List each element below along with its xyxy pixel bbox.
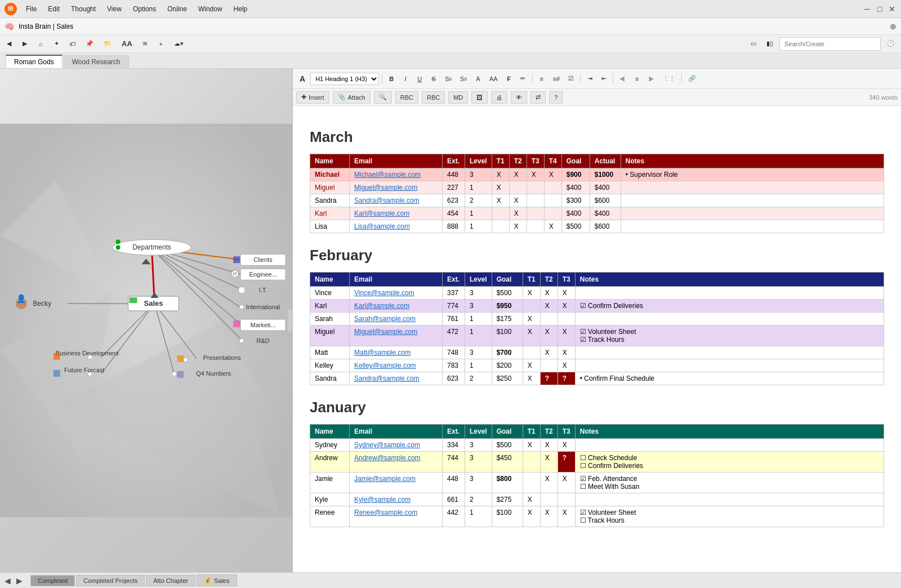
view-toggle-1[interactable]: ▭ <box>747 37 760 51</box>
heading-select[interactable]: H1 Heading 1 (H3) <box>310 73 379 85</box>
align-center-button[interactable]: ≡ <box>631 73 643 85</box>
cell-email[interactable]: Sarah@sample.com <box>350 313 443 326</box>
tag-button[interactable]: 🏷 <box>65 37 79 51</box>
menu-view[interactable]: View <box>102 4 126 14</box>
nav-play-button[interactable]: ▶ <box>14 576 25 585</box>
svg-text:International: International <box>246 304 280 310</box>
app-logo: IB <box>5 3 17 15</box>
help-button[interactable]: ? <box>549 91 563 104</box>
cell-level: 1 <box>465 326 492 346</box>
menu-help[interactable]: Help <box>229 4 252 14</box>
cell-email[interactable]: Sydney@sample.com <box>350 439 443 452</box>
checklist-button[interactable]: ☑ <box>565 73 577 85</box>
cell-t3: X <box>557 439 575 452</box>
cell-email[interactable]: Kyle@sample.com <box>350 493 443 506</box>
pin-button[interactable]: 📌 <box>82 37 97 51</box>
preview-button[interactable]: 👁 <box>511 91 527 104</box>
cell-email[interactable]: Matt@sample.com <box>350 346 443 359</box>
underline-button[interactable]: U <box>413 73 426 85</box>
close-button[interactable]: ✕ <box>887 5 896 14</box>
markdown-button[interactable]: MD <box>448 91 468 104</box>
cell-email[interactable]: Jamie@sample.com <box>350 473 443 493</box>
font-button[interactable]: AA <box>118 37 136 51</box>
add-icon[interactable]: ⊕ <box>890 22 896 31</box>
subscript-button[interactable]: Ss <box>457 73 470 85</box>
numbered-list-button[interactable]: ≡# <box>550 73 564 85</box>
main-toolbar: ◀ ▶ ⌂ ✦ 🏷 📌 📁 AA ≋ + ☁▾ ▭ ▮▯ 🕐 <box>0 35 901 53</box>
cloud-button[interactable]: ☁▾ <box>170 37 188 51</box>
font-family-button[interactable]: F <box>503 73 515 85</box>
bullet-list-button[interactable]: ≡ <box>536 73 548 85</box>
back-button[interactable]: ◀ <box>2 37 16 51</box>
view-toggle-2[interactable]: ▮▯ <box>762 37 777 51</box>
maximize-button[interactable]: □ <box>875 5 884 14</box>
align-right-button[interactable]: ⫸ <box>645 73 658 85</box>
plex-button[interactable]: ✦ <box>50 37 63 51</box>
svg-text:Q4 Numbers: Q4 Numbers <box>196 370 231 377</box>
table-button-2[interactable]: RBC <box>422 91 445 104</box>
table-button-1[interactable]: RBC <box>395 91 418 104</box>
cell-email[interactable]: Sandra@sample.com <box>350 194 443 207</box>
doc-area[interactable]: March Name Email Ext. Level T1 T2 T3 T4 … <box>293 106 901 572</box>
bold-button[interactable]: B <box>385 73 398 85</box>
bottom-tab-completed[interactable]: Completed <box>30 575 75 586</box>
align-left-button[interactable]: ⫷ <box>616 73 629 85</box>
search-input[interactable] <box>779 37 881 51</box>
menu-edit[interactable]: Edit <box>43 4 64 14</box>
italic-button[interactable]: I <box>399 73 412 85</box>
cell-email[interactable]: Karl@sample.com <box>350 207 443 220</box>
cell-t3: X <box>557 287 575 300</box>
home-button[interactable]: ⌂ <box>34 37 47 51</box>
cell-email[interactable]: Renee@sample.com <box>350 506 443 527</box>
menu-window[interactable]: Window <box>194 4 227 14</box>
cell-t1: X <box>523 313 540 326</box>
cell-email[interactable]: Miguel@sample.com <box>350 181 443 194</box>
superscript-button[interactable]: Ss <box>441 73 455 85</box>
eraser-button[interactable]: ✏ <box>517 73 529 85</box>
folder-button[interactable]: 📁 <box>100 37 115 51</box>
menu-file[interactable]: File <box>21 4 41 14</box>
nav-prev-button[interactable]: ◀ <box>2 576 13 585</box>
bottom-tab-sales[interactable]: 💰 Sales <box>197 574 237 586</box>
cell-email[interactable]: Kelley@sample.com <box>350 359 443 372</box>
tab-wood-research[interactable]: Wood Research <box>64 55 129 68</box>
highlight-button[interactable]: AA <box>486 73 501 85</box>
cell-email[interactable]: Vince@sample.com <box>350 287 443 300</box>
font-size-button[interactable]: A <box>296 73 309 85</box>
bottom-tab-atto-chapter[interactable]: Atto Chapter <box>146 575 195 586</box>
cell-email[interactable]: Miguel@sample.com <box>350 326 443 346</box>
cell-t3: ? <box>557 372 575 385</box>
cell-t2: X <box>509 168 527 181</box>
menu-options[interactable]: Options <box>128 4 160 14</box>
cell-email[interactable]: Lisa@sample.com <box>350 220 443 233</box>
attach-button[interactable]: 📎 Attach <box>333 91 371 104</box>
cell-email[interactable]: Karl@sample.com <box>350 300 443 313</box>
flow-button[interactable]: ≋ <box>139 37 152 51</box>
menu-thought[interactable]: Thought <box>66 4 100 14</box>
cell-t2: X <box>540 287 557 300</box>
cell-email[interactable]: Sandra@sample.com <box>350 372 443 385</box>
find-button[interactable]: 🔍 <box>374 91 392 104</box>
bottom-tab-completed-projects[interactable]: Completed Projects <box>76 575 145 586</box>
font-color-button[interactable]: A <box>472 73 484 85</box>
add-child-button[interactable]: + <box>154 37 168 51</box>
insert-button[interactable]: ✚ Insert <box>296 91 329 104</box>
cell-email[interactable]: Andrew@sample.com <box>350 452 443 473</box>
cell-t3 <box>557 313 575 326</box>
export-button[interactable]: ⇄ <box>530 91 546 104</box>
minimize-button[interactable]: ─ <box>863 5 872 14</box>
resize-handle[interactable] <box>288 309 292 332</box>
cell-notes <box>575 346 884 359</box>
print-button[interactable]: 🖨 <box>491 91 507 104</box>
cell-email[interactable]: Michael@sample.com <box>350 168 443 181</box>
forward-button[interactable]: ▶ <box>18 37 32 51</box>
clock-button[interactable]: 🕐 <box>883 37 899 51</box>
link-button[interactable]: 🔗 <box>685 73 699 85</box>
menu-online[interactable]: Online <box>163 4 191 14</box>
justify-button[interactable]: ⋮⋮ <box>659 73 679 85</box>
strikethrough-button[interactable]: S <box>427 73 440 85</box>
tab-roman-gods[interactable]: Roman Gods <box>6 55 63 68</box>
indent-less-button[interactable]: ⇤ <box>597 73 610 85</box>
image-button[interactable]: 🖼 <box>471 91 488 104</box>
indent-more-button[interactable]: ⇥ <box>583 73 596 85</box>
